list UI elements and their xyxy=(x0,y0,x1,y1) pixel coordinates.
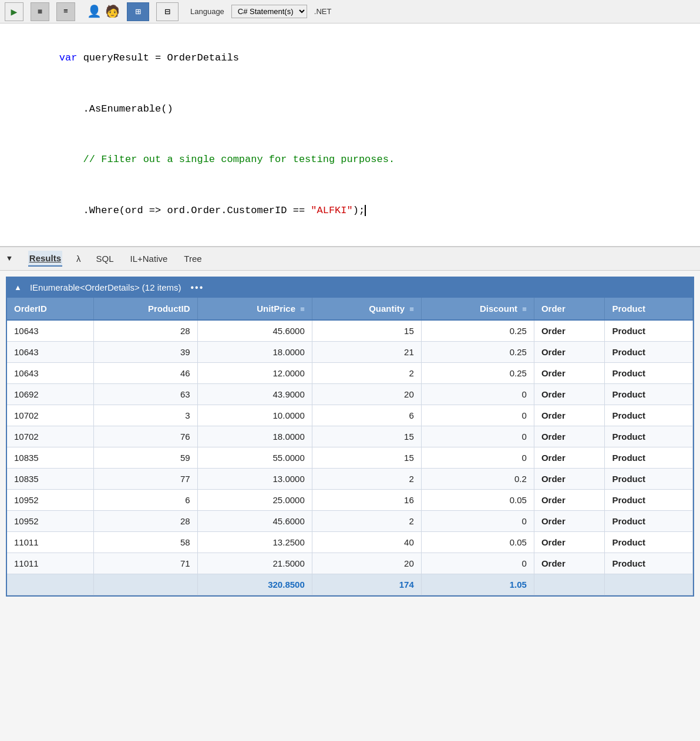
cell-product-link[interactable]: Product xyxy=(605,489,693,510)
cell-product-link[interactable]: Product xyxy=(605,341,693,362)
tab-lambda[interactable]: λ xyxy=(76,254,81,264)
play-icon: ▶ xyxy=(11,5,18,18)
col-header-order: Order xyxy=(534,298,605,320)
view-grid-button[interactable]: ⊟ xyxy=(156,2,179,21)
cell-unitprice: 18.0000 xyxy=(197,426,312,447)
table-summary-row: 320.8500 174 1.05 xyxy=(7,574,693,595)
cell-order-link[interactable]: Order xyxy=(534,362,605,383)
cell-productid: 77 xyxy=(93,468,197,489)
cell-orderid: 10952 xyxy=(7,510,93,531)
tab-sql[interactable]: SQL xyxy=(95,251,115,266)
language-select[interactable]: C# Statement(s) xyxy=(231,5,307,18)
cell-order-link[interactable]: Order xyxy=(534,383,605,405)
table-row: 10692 63 43.9000 20 0 Order Product xyxy=(7,383,693,405)
col-header-unitprice: UnitPrice ≡ xyxy=(197,298,312,320)
cell-order-link[interactable]: Order xyxy=(534,320,605,342)
table-row: 10643 46 12.0000 2 0.25 Order Product xyxy=(7,362,693,383)
cell-productid: 71 xyxy=(93,553,197,574)
cell-unitprice: 45.6000 xyxy=(197,510,312,531)
cell-quantity: 6 xyxy=(312,405,421,426)
format-button[interactable]: ≡ xyxy=(56,2,75,21)
cell-product-link[interactable]: Product xyxy=(605,426,693,447)
net-label: .NET xyxy=(314,7,332,16)
cell-product-link[interactable]: Product xyxy=(605,510,693,531)
code-line-4: .Where(ord => ord.Order.CustomerID == "A… xyxy=(35,186,688,237)
cell-product-link[interactable]: Product xyxy=(605,362,693,383)
filter-icon-discount[interactable]: ≡ xyxy=(522,305,527,314)
cell-orderid: 10702 xyxy=(7,405,93,426)
cell-productid: 76 xyxy=(93,426,197,447)
results-table-container: ▲ IEnumerable<OrderDetails> (12 items) •… xyxy=(6,277,694,597)
cell-orderid: 10702 xyxy=(7,426,93,447)
cell-discount: 0.25 xyxy=(421,362,534,383)
cell-product-link[interactable]: Product xyxy=(605,320,693,342)
more-options-icon[interactable]: ••• xyxy=(190,282,204,293)
summary-discount: 1.05 xyxy=(421,574,534,595)
table-row: 10952 6 25.0000 16 0.05 Order Product xyxy=(7,489,693,510)
cell-order-link[interactable]: Order xyxy=(534,553,605,574)
cell-order-link[interactable]: Order xyxy=(534,341,605,362)
cell-orderid: 10835 xyxy=(7,468,93,489)
table-row: 10702 76 18.0000 15 0 Order Product xyxy=(7,426,693,447)
table-row: 11011 58 13.2500 40 0.05 Order Product xyxy=(7,531,693,553)
cell-orderid: 11011 xyxy=(7,531,93,553)
filter-icon-quantity[interactable]: ≡ xyxy=(409,305,414,314)
tab-tree[interactable]: Tree xyxy=(183,251,203,266)
summary-order xyxy=(534,574,605,595)
cell-product-link[interactable]: Product xyxy=(605,531,693,553)
cell-discount: 0 xyxy=(421,447,534,468)
cell-product-link[interactable]: Product xyxy=(605,468,693,489)
cell-quantity: 15 xyxy=(312,320,421,342)
cell-discount: 0.25 xyxy=(421,320,534,342)
cell-product-link[interactable]: Product xyxy=(605,447,693,468)
cell-product-link[interactable]: Product xyxy=(605,383,693,405)
collapse-arrow[interactable]: ▼ xyxy=(7,254,12,263)
cell-unitprice: 18.0000 xyxy=(197,341,312,362)
cell-unitprice: 43.9000 xyxy=(197,383,312,405)
code-editor[interactable]: var queryResult = OrderDetails .AsEnumer… xyxy=(0,23,700,247)
keyword-var: var xyxy=(59,52,83,63)
person2-icon: 🧑 xyxy=(105,4,120,19)
tab-results[interactable]: Results xyxy=(28,251,62,267)
col-header-orderid: OrderID xyxy=(7,298,93,320)
cell-discount: 0 xyxy=(421,426,534,447)
cell-order-link[interactable]: Order xyxy=(534,489,605,510)
filter-icon-unitprice[interactable]: ≡ xyxy=(300,305,305,314)
tabs-bar: ▼ Results λ SQL IL+Native Tree xyxy=(0,247,700,271)
cell-order-link[interactable]: Order xyxy=(534,426,605,447)
cell-discount: 0 xyxy=(421,405,534,426)
table-row: 10952 28 45.6000 2 0 Order Product xyxy=(7,510,693,531)
play-button[interactable]: ▶ xyxy=(5,2,23,21)
cell-product-link[interactable]: Product xyxy=(605,405,693,426)
cell-order-link[interactable]: Order xyxy=(534,447,605,468)
cell-order-link[interactable]: Order xyxy=(534,531,605,553)
table-title-bar: ▲ IEnumerable<OrderDetails> (12 items) •… xyxy=(7,278,693,298)
table-row: 10643 28 45.6000 15 0.25 Order Product xyxy=(7,320,693,342)
sort-up-icon: ▲ xyxy=(14,283,22,292)
cell-unitprice: 12.0000 xyxy=(197,362,312,383)
code-line-1: var queryResult = OrderDetails xyxy=(35,33,688,84)
cell-quantity: 2 xyxy=(312,468,421,489)
cell-quantity: 15 xyxy=(312,447,421,468)
stop-button[interactable]: ■ xyxy=(31,2,49,21)
cell-product-link[interactable]: Product xyxy=(605,553,693,574)
cell-productid: 39 xyxy=(93,341,197,362)
cell-quantity: 20 xyxy=(312,553,421,574)
view-list-button[interactable]: ⊞ xyxy=(127,2,149,21)
cell-discount: 0.25 xyxy=(421,341,534,362)
table-row: 11011 71 21.5000 20 0 Order Product xyxy=(7,553,693,574)
cell-orderid: 10835 xyxy=(7,447,93,468)
cell-order-link[interactable]: Order xyxy=(534,468,605,489)
table-row: 10835 59 55.0000 15 0 Order Product xyxy=(7,447,693,468)
table-header-row: OrderID ProductID UnitPrice ≡ Quantity ≡… xyxy=(7,298,693,320)
tab-il-native[interactable]: IL+Native xyxy=(129,251,169,266)
cell-quantity: 2 xyxy=(312,362,421,383)
language-label: Language xyxy=(190,7,224,16)
cell-discount: 0 xyxy=(421,553,534,574)
cell-order-link[interactable]: Order xyxy=(534,405,605,426)
cell-discount: 0.05 xyxy=(421,489,534,510)
cell-quantity: 2 xyxy=(312,510,421,531)
cell-order-link[interactable]: Order xyxy=(534,510,605,531)
list-icon: ⊞ xyxy=(135,6,141,18)
person-icon: 👤 xyxy=(87,4,102,19)
